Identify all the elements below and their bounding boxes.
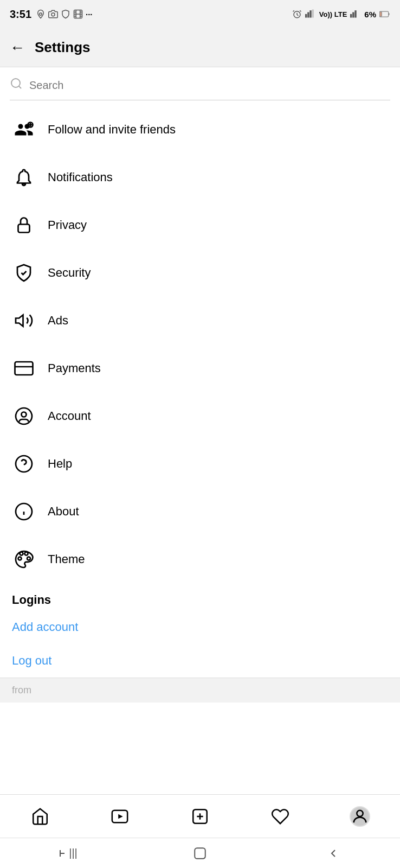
search-input[interactable] [29, 79, 390, 92]
palette-icon [12, 547, 36, 571]
status-bar: 3:51 ··· Vo)) LTE 6% [0, 0, 400, 28]
ads-label: Ads [48, 314, 68, 328]
svg-rect-19 [380, 12, 382, 16]
nav-create[interactable] [160, 795, 240, 838]
signal-icon [305, 9, 316, 20]
menu-item-account[interactable]: Account [0, 392, 400, 440]
svg-rect-14 [312, 9, 313, 17]
status-time: 3:51 [10, 8, 31, 21]
svg-point-1 [51, 13, 55, 16]
status-icons: ··· [36, 9, 93, 19]
android-nav-bar: ||| [0, 838, 400, 868]
bell-icon [12, 165, 36, 189]
svg-rect-25 [18, 225, 30, 233]
search-box [10, 77, 390, 100]
megaphone-icon [12, 309, 36, 333]
svg-rect-44 [195, 848, 205, 859]
shield-check-icon [12, 261, 36, 285]
svg-point-20 [11, 79, 20, 87]
theme-label: Theme [48, 552, 85, 566]
payments-label: Payments [48, 361, 101, 375]
android-nav-back[interactable] [317, 843, 350, 864]
about-label: About [48, 505, 79, 519]
info-circle-icon [12, 500, 36, 524]
credit-card-icon [12, 356, 36, 380]
menu-item-theme[interactable]: Theme [0, 535, 400, 583]
header: ← Settings [0, 28, 400, 67]
nav-home[interactable] [0, 795, 80, 838]
ellipsis: ··· [86, 10, 93, 19]
svg-point-31 [16, 456, 32, 472]
nav-activity[interactable] [240, 795, 320, 838]
account-label: Account [48, 409, 91, 423]
add-person-icon [12, 118, 36, 142]
nav-profile[interactable] [320, 795, 400, 838]
battery-text: 6% [364, 10, 376, 19]
menu-item-help[interactable]: Help [0, 440, 400, 488]
status-left: 3:51 ··· [10, 8, 93, 21]
lte-text: Vo)) LTE [319, 10, 347, 18]
bottom-nav [0, 794, 400, 838]
svg-point-41 [357, 810, 363, 816]
svg-rect-13 [309, 10, 311, 17]
android-nav-menu[interactable]: ||| [50, 843, 83, 864]
svg-line-21 [19, 86, 21, 88]
privacy-label: Privacy [48, 218, 87, 232]
logins-section-header: Logins [0, 583, 400, 610]
notifications-label: Notifications [48, 170, 113, 184]
from-label: from [0, 678, 400, 703]
help-label: Help [48, 457, 72, 471]
svg-rect-16 [352, 12, 354, 17]
log-out-link[interactable]: Log out [0, 644, 400, 678]
menu-item-follow-friends[interactable]: Follow and invite friends [0, 106, 400, 154]
nav-video[interactable] [80, 795, 160, 838]
menu-list: Follow and invite friends Notifications … [0, 100, 400, 794]
search-container [0, 67, 400, 100]
page-title: Settings [35, 39, 91, 56]
menu-item-about[interactable]: About [0, 488, 400, 535]
lock-icon [12, 213, 36, 237]
signal-icon-2 [350, 9, 361, 20]
back-button[interactable]: ← [10, 39, 25, 56]
svg-rect-12 [307, 12, 309, 17]
follow-friends-label: Follow and invite friends [48, 123, 176, 137]
help-circle-icon [12, 452, 36, 476]
menu-item-notifications[interactable]: Notifications [0, 154, 400, 201]
svg-point-30 [22, 412, 27, 417]
svg-rect-27 [15, 362, 33, 375]
android-nav-home[interactable] [184, 843, 216, 864]
svg-marker-26 [16, 315, 23, 327]
profile-avatar [350, 806, 370, 827]
search-icon [10, 77, 23, 93]
menu-item-security[interactable]: Security [0, 249, 400, 297]
add-account-link[interactable]: Add account [0, 610, 400, 644]
menu-item-ads[interactable]: Ads [0, 297, 400, 344]
security-label: Security [48, 266, 91, 280]
svg-rect-17 [355, 10, 357, 17]
svg-rect-11 [305, 14, 307, 17]
svg-marker-37 [119, 814, 124, 819]
svg-point-0 [40, 13, 42, 16]
status-right: Vo)) LTE 6% [292, 9, 390, 20]
svg-rect-15 [350, 14, 352, 17]
menu-item-privacy[interactable]: Privacy [0, 201, 400, 249]
menu-item-payments[interactable]: Payments [0, 344, 400, 392]
svg-point-29 [16, 408, 32, 424]
person-circle-icon [12, 404, 36, 428]
